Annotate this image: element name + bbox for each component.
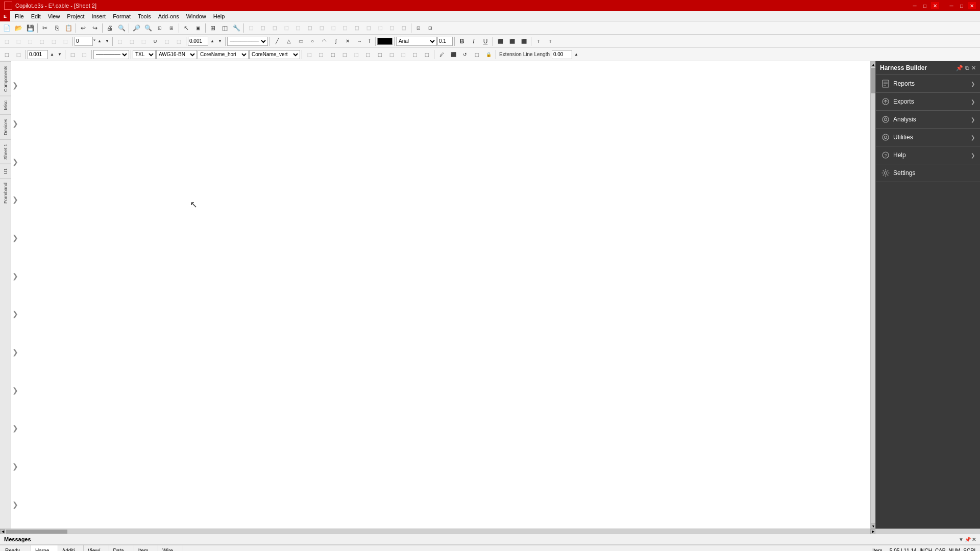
sidebar-tab-misc[interactable]: Misc	[0, 96, 11, 114]
tb-btn-snap2[interactable]: ⊡	[425, 22, 436, 34]
panel-float-btn[interactable]: ⧉	[965, 65, 969, 71]
sidebar-tab-components[interactable]: Components	[0, 61, 11, 96]
status-tab-view[interactable]: View/...	[84, 545, 109, 552]
hscroll-left-btn[interactable]: ◀	[0, 529, 5, 534]
menu-addons[interactable]: Add-ons	[155, 12, 183, 20]
open-btn[interactable]: 📂	[13, 22, 24, 34]
tb3-extra1[interactable]: ⬚	[304, 49, 315, 60]
draw-spline-btn[interactable]: ∫	[330, 36, 341, 47]
status-tab-wire[interactable]: Wire ...	[158, 545, 183, 552]
menu-tools[interactable]: Tools	[134, 12, 155, 20]
tb-btn-extra6[interactable]: ⬚	[304, 22, 315, 34]
tb2-btn10[interactable]: U	[150, 36, 161, 47]
color-picker[interactable]	[377, 38, 393, 45]
draw-circ-btn[interactable]: ○	[307, 36, 318, 47]
line-up-btn[interactable]: ▲	[209, 36, 216, 47]
tb3-extra10[interactable]: ⬚	[409, 49, 421, 60]
grid-btn[interactable]: ⊞	[207, 22, 218, 34]
lock-btn[interactable]: 🔒	[483, 49, 494, 60]
italic-btn[interactable]: I	[468, 36, 479, 47]
draw-text-btn[interactable]: T	[365, 36, 374, 47]
refresh-btn[interactable]: ↺	[459, 49, 471, 60]
menu-view[interactable]: View	[44, 12, 64, 20]
cut-btn[interactable]: ✂	[39, 22, 51, 34]
app-restore-btn[interactable]: □	[921, 2, 929, 9]
tb2-btn7[interactable]: ⬚	[114, 36, 126, 47]
zoom-out-btn[interactable]: 🔍	[142, 22, 154, 34]
reports-header[interactable]: Reports ❯	[876, 75, 980, 92]
menu-project[interactable]: Project	[63, 12, 88, 20]
tb3-btn4[interactable]: ⬚	[79, 49, 90, 60]
underline-btn[interactable]: U	[480, 36, 491, 47]
lw2-up-btn[interactable]: ▲	[48, 49, 56, 60]
tb2-btn4[interactable]: ⬚	[36, 36, 47, 47]
tb2-btn9[interactable]: ⬚	[138, 36, 149, 47]
prop-btn[interactable]: 🔧	[231, 22, 242, 34]
text-top-btn[interactable]: T	[533, 36, 544, 47]
fill-color-btn[interactable]: ⬛	[448, 49, 459, 60]
panel-section-analysis[interactable]: Analysis ❯	[876, 111, 980, 129]
sidebar-tab-devices[interactable]: Devices	[0, 114, 11, 139]
tb2-btn1[interactable]: ⬚	[1, 36, 12, 47]
panel-section-utilities[interactable]: Utilities ❯	[876, 129, 980, 146]
tb2-btn12[interactable]: ⬚	[173, 36, 184, 47]
minimize-btn[interactable]: ─	[947, 2, 955, 9]
tb3-extra4[interactable]: ⬚	[339, 49, 350, 60]
pen-color-btn[interactable]: 🖊	[436, 49, 447, 60]
menu-window[interactable]: Window	[183, 12, 210, 20]
tb2-btn5[interactable]: ⬚	[48, 36, 59, 47]
analysis-header[interactable]: Analysis ❯	[876, 111, 980, 128]
tb-btn-extra11[interactable]: ⬚	[363, 22, 374, 34]
tb3-extra2[interactable]: ⬚	[315, 49, 327, 60]
close-btn[interactable]: ✕	[968, 2, 976, 9]
lw2-down-btn[interactable]: ▼	[56, 49, 63, 60]
tb3-extra8[interactable]: ⬚	[386, 49, 397, 60]
messages-pin-btn[interactable]: 📌	[965, 537, 971, 542]
panel-section-exports[interactable]: Exports ❯	[876, 93, 980, 111]
draw-line-btn[interactable]: ╱	[272, 36, 283, 47]
vertical-scrollbar[interactable]: ▲ ▼	[870, 61, 875, 529]
settings-header[interactable]: Settings	[876, 164, 980, 182]
tb3-extra9[interactable]: ⬚	[398, 49, 409, 60]
utilities-header[interactable]: Utilities ❯	[876, 129, 980, 146]
wire-gauge-dropdown[interactable]: AWG16-BN AWG18-BN	[156, 50, 197, 59]
status-tab-item[interactable]: Item ...	[134, 545, 159, 552]
sidebar-tab-u1[interactable]: U1	[0, 164, 11, 179]
draw-cross-btn[interactable]: ✕	[342, 36, 353, 47]
core-name-hori-dropdown[interactable]: CoreName_hori	[198, 50, 249, 59]
tb3-extra6[interactable]: ⬚	[362, 49, 374, 60]
tb-btn-extra1[interactable]: ⬚	[246, 22, 257, 34]
print-preview-btn[interactable]: 🔍	[116, 22, 127, 34]
ext-line-input[interactable]	[552, 50, 572, 59]
panel-section-reports[interactable]: Reports ❯	[876, 75, 980, 93]
align-left-btn[interactable]: ⬛	[495, 36, 506, 47]
draw-rect-btn[interactable]: ▭	[295, 36, 306, 47]
draw-arrow-btn[interactable]: →	[354, 36, 365, 47]
select-btn[interactable]: ↖	[181, 22, 192, 34]
app-minimize-btn[interactable]: ─	[911, 2, 919, 9]
hscroll-right-btn[interactable]: ▶	[870, 529, 875, 534]
new-btn[interactable]: 📄	[1, 22, 12, 34]
tb3-extra3[interactable]: ⬚	[327, 49, 338, 60]
tb3-extra5[interactable]: ⬚	[351, 49, 362, 60]
line-color-dropdown[interactable]: ─────────	[93, 50, 129, 59]
tb2-btn11[interactable]: ⬚	[161, 36, 173, 47]
undo-btn[interactable]: ↩	[78, 22, 89, 34]
font-dropdown[interactable]: Arial	[396, 37, 437, 46]
tb-btn-extra9[interactable]: ⬚	[339, 22, 351, 34]
line-style-dropdown[interactable]: ───────── - - - - -	[227, 37, 268, 46]
panel-pin-btn[interactable]: 📌	[956, 65, 963, 71]
tb3-btn1[interactable]: ⬚	[1, 49, 12, 60]
tb-btn-snap[interactable]: ⊡	[413, 22, 424, 34]
angle-input[interactable]	[75, 37, 93, 46]
panel-close-btn[interactable]: ✕	[971, 65, 976, 71]
snap-to-btn[interactable]: ⬚	[471, 49, 482, 60]
menu-file[interactable]: File	[11, 12, 28, 20]
canvas-area[interactable]: ❯ ❯ ❯ ❯ ❯ ❯ ❯ ❯ ❯ ❯ ❯ ❯ ↖	[11, 61, 870, 529]
zoom-fit-btn[interactable]: ⊡	[154, 22, 165, 34]
core-name-vert-dropdown[interactable]: CoreName_vert	[249, 50, 300, 59]
tb-btn-extra5[interactable]: ⬚	[292, 22, 304, 34]
panel-section-help[interactable]: ? Help ❯	[876, 146, 980, 164]
messages-close-btn[interactable]: ✕	[972, 537, 976, 542]
tb2-btn3[interactable]: ⬚	[24, 36, 36, 47]
